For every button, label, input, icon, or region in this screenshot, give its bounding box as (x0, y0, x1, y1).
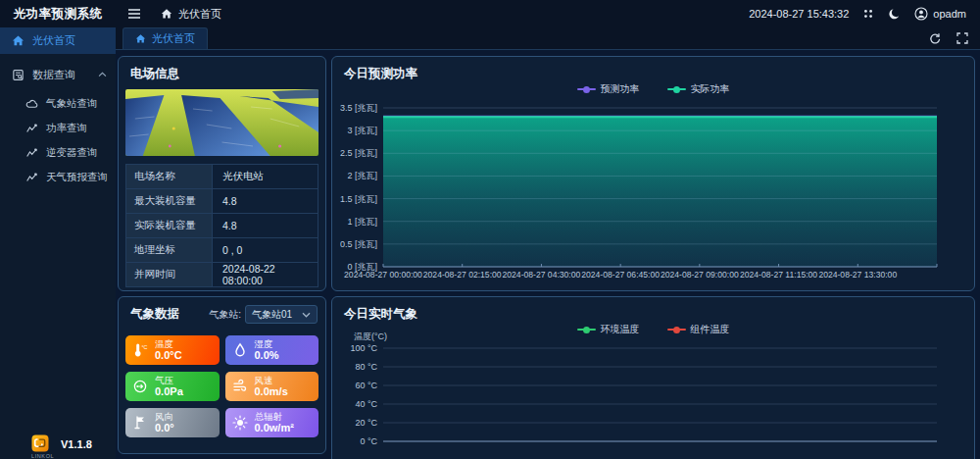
panel-weather-data: 气象数据 气象站: 气象站01 °C 温度0.0°C 湿度0.0% 气压0.0P… (118, 296, 326, 454)
card-name: 风向 (155, 411, 174, 422)
home-icon (161, 8, 172, 20)
svg-text:2.5 [兆瓦]: 2.5 [兆瓦] (340, 148, 377, 158)
svg-text:1 [兆瓦]: 1 [兆瓦] (347, 217, 377, 227)
dark-mode-moon-icon[interactable] (888, 8, 901, 21)
droplet-icon (232, 342, 248, 358)
card-name: 温度 (155, 338, 182, 349)
home-icon (135, 33, 146, 44)
svg-text:2024-08-27 06:45:00: 2024-08-27 06:45:00 (581, 270, 660, 280)
svg-text:°C: °C (141, 344, 147, 350)
panel-title: 今日预测功率 (332, 57, 974, 82)
version-label: V1.1.8 (61, 438, 92, 450)
card-name: 气压 (155, 375, 183, 385)
svg-text:2 [兆瓦]: 2 [兆瓦] (347, 171, 377, 180)
row-label: 地理坐标 (126, 238, 213, 262)
tabbar: 光伏首页 (116, 27, 980, 50)
row-label: 并网时间 (126, 263, 213, 286)
card-value: 0.0°C (155, 349, 182, 362)
legend-item-forecast[interactable]: 预测功率 (577, 82, 640, 96)
card-humidity: 湿度0.0% (225, 335, 319, 365)
row-value: 4.8 (213, 189, 237, 213)
card-value: 0.0% (255, 349, 279, 362)
panel-station-info: 电场信息 电场名称光伏电站 最大装机容量4.8 实际装机容量4.8 地理坐标0 … (118, 56, 326, 291)
wind-vane-icon (132, 415, 148, 431)
sidebar-item-home[interactable]: 光伏首页 (0, 27, 116, 54)
logo-text: LINKOL (31, 453, 51, 459)
weather-station-select[interactable]: 气象站01 (245, 305, 318, 324)
user-menu[interactable]: opadm (914, 7, 966, 21)
power-forecast-chart[interactable]: 0 [兆瓦]0.5 [兆瓦]1 [兆瓦]1.5 [兆瓦]2 [兆瓦]2.5 [兆… (340, 100, 966, 284)
card-wind-speed: 风速0.0m/s (225, 372, 319, 401)
sidebar-item-label: 数据查询 (32, 68, 75, 82)
card-value: 0.0m/s (255, 385, 288, 398)
card-pressure: 气压0.0Pa (125, 372, 220, 401)
fullscreen-dots-icon[interactable] (862, 8, 874, 20)
thermometer-icon: °C (132, 342, 148, 358)
inverter-curve-icon (25, 146, 38, 159)
refresh-icon[interactable] (928, 32, 941, 45)
svg-text:20 °C: 20 °C (355, 418, 377, 428)
fullscreen-corners-icon[interactable] (956, 32, 968, 44)
station-info-table: 电场名称光伏电站 最大装机容量4.8 实际装机容量4.8 地理坐标0 , 0 并… (125, 164, 318, 287)
row-value: 2024-08-22 08:00:00 (213, 263, 318, 286)
row-label: 最大装机容量 (126, 189, 213, 213)
chevron-up-icon (98, 72, 107, 77)
table-row: 并网时间2024-08-22 08:00:00 (126, 263, 318, 287)
row-value: 0 , 0 (213, 238, 242, 262)
temp-chart-svg: 温度(°C)100 °C80 °C60 °C40 °C20 °C0 °C (340, 332, 966, 459)
panel-title: 今日实时气象 (332, 297, 974, 323)
topbar: 光功率预测系统 光伏首页 2024-08-27 15:43:32 opadm (0, 0, 980, 27)
svg-text:0 °C: 0 °C (360, 436, 377, 446)
card-wind-direction: 风向0.0° (125, 408, 220, 437)
weather-cards: °C 温度0.0°C 湿度0.0% 气压0.0Pa 风速0.0m/s 风向0.0… (125, 335, 318, 437)
svg-text:2024-08-27 02:15:00: 2024-08-27 02:15:00 (423, 270, 502, 280)
panel-realtime-weather: 今日实时气象 环境温度 组件温度 温度(°C)100 °C80 °C60 °C4… (331, 296, 975, 459)
svg-text:60 °C: 60 °C (355, 381, 377, 390)
home-icon (12, 34, 24, 47)
table-row: 实际装机容量4.8 (126, 214, 318, 238)
table-row: 最大装机容量4.8 (126, 189, 318, 214)
collapse-menu-icon[interactable] (127, 8, 141, 20)
sidebar-item-power-query[interactable]: 功率查询 (0, 116, 116, 140)
sidebar-item-inverter-query[interactable]: 逆变器查询 (0, 140, 116, 165)
sun-icon (232, 415, 248, 431)
table-row: 电场名称光伏电站 (126, 165, 318, 189)
panel-title: 气象数据 (130, 306, 179, 323)
svg-text:0.5 [兆瓦]: 0.5 [兆瓦] (340, 239, 377, 249)
legend-label: 预测功率 (601, 82, 640, 96)
legend-marker (667, 88, 686, 90)
username: opadm (933, 8, 966, 20)
svg-text:2024-08-27 09:00:00: 2024-08-27 09:00:00 (661, 270, 739, 280)
breadcrumb-label: 光伏首页 (178, 7, 221, 22)
svg-text:1.5 [兆瓦]: 1.5 [兆瓦] (340, 194, 377, 204)
card-name: 总辐射 (255, 411, 294, 422)
power-chart-svg: 0 [兆瓦]0.5 [兆瓦]1 [兆瓦]1.5 [兆瓦]2 [兆瓦]2.5 [兆… (340, 100, 966, 284)
sidebar-group-data-query[interactable]: 数据查询 (0, 62, 116, 87)
selected-station: 气象站01 (252, 308, 302, 322)
app-title: 光功率预测系统 (0, 6, 116, 23)
svg-text:2024-08-27 11:15:00: 2024-08-27 11:15:00 (740, 270, 817, 280)
card-value: 0.0° (155, 422, 174, 434)
row-label: 电场名称 (126, 165, 213, 188)
breadcrumb[interactable]: 光伏首页 (161, 7, 221, 22)
solar-farm-photo (125, 89, 318, 156)
legend-item-actual[interactable]: 实际功率 (667, 82, 730, 96)
company-logo: LINKOL (31, 434, 51, 459)
svg-text:2024-08-27 04:30:00: 2024-08-27 04:30:00 (503, 270, 581, 280)
svg-text:3 [兆瓦]: 3 [兆瓦] (347, 126, 377, 135)
tab-label: 光伏首页 (152, 31, 195, 46)
realtime-weather-chart[interactable]: 温度(°C)100 °C80 °C60 °C40 °C20 °C0 °C (340, 332, 966, 459)
tab-home[interactable]: 光伏首页 (122, 27, 208, 49)
row-label: 实际装机容量 (126, 214, 213, 237)
sidebar-footer: LINKOL V1.1.8 (0, 430, 116, 459)
svg-text:100 °C: 100 °C (350, 343, 377, 353)
card-radiation: 总辐射0.0w/m² (225, 408, 319, 437)
legend-marker (577, 88, 596, 90)
table-row: 地理坐标0 , 0 (126, 238, 318, 263)
sidebar-item-forecast-query[interactable]: 天气预报查询 (0, 165, 116, 189)
svg-text:2024-08-27 00:00:00: 2024-08-27 00:00:00 (344, 270, 422, 280)
chevron-down-icon (302, 312, 311, 318)
card-temperature: °C 温度0.0°C (125, 335, 220, 365)
card-name: 湿度 (255, 338, 279, 349)
sidebar-item-weather-station-query[interactable]: 气象站查询 (0, 91, 116, 116)
